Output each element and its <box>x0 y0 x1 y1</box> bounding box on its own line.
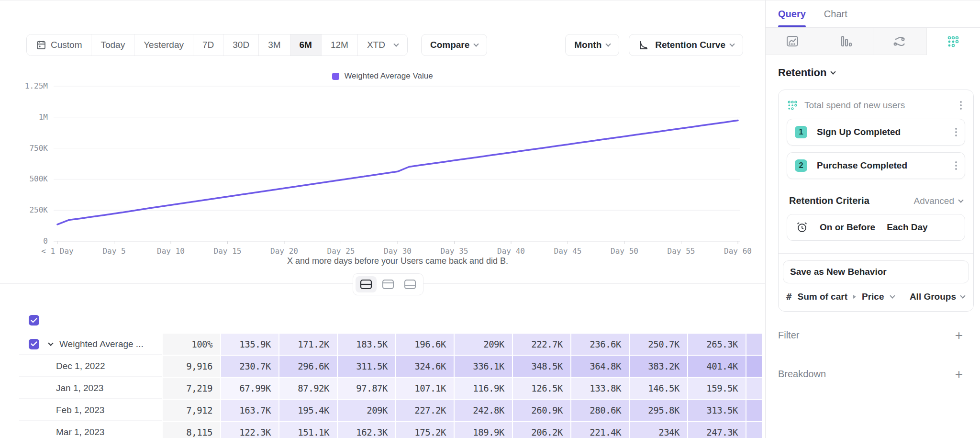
criteria-frequency-dropdown[interactable]: Each Day <box>887 222 928 233</box>
value-cell[interactable]: 122.3K <box>221 422 278 438</box>
column-header[interactable] <box>221 311 278 330</box>
value-cell[interactable]: 107.1K <box>396 378 454 399</box>
table-row[interactable]: Feb 1, 20237,912163.7K195.4K209K227.2K24… <box>19 400 765 421</box>
chart-type-button[interactable]: Retention Curve <box>629 34 743 56</box>
value-cell[interactable]: 195.4K <box>279 400 337 421</box>
value-cell[interactable]: 97.87K <box>338 378 395 399</box>
range-yesterday[interactable]: Yesterday <box>134 34 193 56</box>
value-cell[interactable]: 265.3K <box>688 334 746 355</box>
layout-split-button[interactable] <box>356 276 377 292</box>
value-cell[interactable]: 250.7K <box>630 334 687 355</box>
chevron-down-icon[interactable] <box>48 340 53 346</box>
value-cell[interactable]: 146.5K <box>630 378 687 399</box>
range-6m[interactable]: 6M <box>290 34 321 56</box>
behavior-menu-button[interactable] <box>957 99 965 112</box>
value-cell[interactable]: 206.2K <box>513 422 570 438</box>
range-xtd[interactable]: XTD <box>357 34 407 56</box>
retention-view-button[interactable] <box>927 28 980 55</box>
select-all-checkbox[interactable] <box>29 315 39 326</box>
value-cell[interactable]: 383.2K <box>630 356 687 377</box>
value-cell[interactable]: 296.6K <box>279 356 337 377</box>
value-cell[interactable]: 221.4K <box>571 422 629 438</box>
value-cell[interactable]: 126.5K <box>513 378 570 399</box>
value-cell[interactable]: 67.99K <box>221 378 278 399</box>
report-type-dropdown[interactable]: Retention <box>778 67 973 79</box>
value-cell[interactable]: 162.3K <box>338 422 395 438</box>
criteria-condition-dropdown[interactable]: On or Before <box>820 222 875 233</box>
value-cell[interactable]: 364.8K <box>571 356 629 377</box>
column-header[interactable] <box>630 311 687 330</box>
value-cell[interactable]: 234K <box>630 422 687 438</box>
add-filter-button[interactable]: + <box>955 331 963 340</box>
value-cell[interactable]: 280.6K <box>571 400 629 421</box>
column-header[interactable] <box>571 311 629 330</box>
value-cell[interactable]: 348.5K <box>513 356 570 377</box>
value-cell[interactable]: 242.8K <box>455 400 512 421</box>
value-cell[interactable]: 222.7K <box>513 334 570 355</box>
range-custom[interactable]: Custom <box>27 34 91 56</box>
add-breakdown-button[interactable]: + <box>955 370 963 379</box>
column-header[interactable] <box>455 311 512 330</box>
range-7d[interactable]: 7D <box>193 34 223 56</box>
table-row[interactable]: Weighted Average ...100%135.9K171.2K183.… <box>19 334 765 355</box>
insights-view-button[interactable] <box>766 28 819 55</box>
value-cell[interactable]: 227.2K <box>396 400 454 421</box>
value-cell[interactable]: 324.6K <box>396 356 454 377</box>
behavior-header[interactable]: Total spend of new users <box>779 90 973 119</box>
criteria-mode-dropdown[interactable]: Advanced <box>913 196 963 206</box>
value-cell[interactable]: 230.7K <box>221 356 278 377</box>
row-checkbox[interactable] <box>29 339 39 349</box>
funnels-view-button[interactable] <box>819 28 873 55</box>
range-3m[interactable]: 3M <box>258 34 290 56</box>
value-cell[interactable]: 247.3K <box>688 422 746 438</box>
step-row-1[interactable]: 1 Sign Up Completed <box>787 119 965 146</box>
granularity-button[interactable]: Month <box>565 34 619 56</box>
value-cell[interactable]: 189.9K <box>455 422 512 438</box>
value-cell[interactable]: 311.5K <box>338 356 395 377</box>
value-cell[interactable]: 295.8K <box>630 400 687 421</box>
value-cell[interactable]: 151.1K <box>279 422 337 438</box>
value-cell[interactable]: 133.8K <box>571 378 629 399</box>
weighted-average-line[interactable] <box>57 121 738 225</box>
column-header-date[interactable] <box>19 311 162 330</box>
column-header[interactable] <box>163 311 220 330</box>
groups-dropdown[interactable]: All Groups <box>910 292 965 302</box>
value-cell[interactable]: 336.1K <box>455 356 512 377</box>
value-cell[interactable]: 209K <box>338 400 395 421</box>
measurement-property-dropdown[interactable]: Sum of cart <box>797 292 847 302</box>
layout-chart-only-button[interactable] <box>378 276 399 292</box>
column-header[interactable] <box>396 311 454 330</box>
table-row[interactable]: Mar 1, 20238,115122.3K151.1K162.3K175.2K… <box>19 422 765 438</box>
column-header[interactable] <box>279 311 337 330</box>
table-row[interactable]: Jan 1, 20237,21967.99K87.92K97.87K107.1K… <box>19 378 765 399</box>
range-30d[interactable]: 30D <box>223 34 258 56</box>
value-cell[interactable]: 163.7K <box>221 400 278 421</box>
step-row-2[interactable]: 2 Purchase Completed <box>787 152 965 179</box>
save-as-new-behavior-button[interactable]: Save as New Behavior <box>783 260 969 283</box>
value-cell[interactable]: 87.92K <box>279 378 337 399</box>
value-cell[interactable]: 175.2K <box>396 422 454 438</box>
value-cell[interactable]: 236.6K <box>571 334 629 355</box>
value-cell[interactable]: 209K <box>455 334 512 355</box>
value-cell[interactable]: 313.5K <box>688 400 746 421</box>
step-menu-button[interactable] <box>952 159 960 172</box>
compare-button[interactable]: Compare <box>421 34 487 56</box>
line-chart-canvas[interactable] <box>0 63 765 246</box>
layout-table-only-button[interactable] <box>400 276 421 292</box>
value-cell[interactable]: 401.4K <box>688 356 746 377</box>
column-header[interactable] <box>688 311 746 330</box>
step-menu-button[interactable] <box>952 126 960 138</box>
tab-chart[interactable]: Chart <box>824 0 847 27</box>
range-12m[interactable]: 12M <box>321 34 357 56</box>
column-header[interactable] <box>513 311 570 330</box>
range-today[interactable]: Today <box>91 34 134 56</box>
value-cell[interactable]: 196.6K <box>396 334 454 355</box>
flows-view-button[interactable] <box>873 28 927 55</box>
tab-query[interactable]: Query <box>778 0 806 27</box>
value-cell[interactable]: 260.9K <box>513 400 570 421</box>
value-cell[interactable]: 116.9K <box>455 378 512 399</box>
table-row[interactable]: Dec 1, 20229,916230.7K296.6K311.5K324.6K… <box>19 356 765 377</box>
value-cell[interactable]: 135.9K <box>221 334 278 355</box>
value-cell[interactable]: 183.5K <box>338 334 395 355</box>
column-header[interactable] <box>338 311 395 330</box>
